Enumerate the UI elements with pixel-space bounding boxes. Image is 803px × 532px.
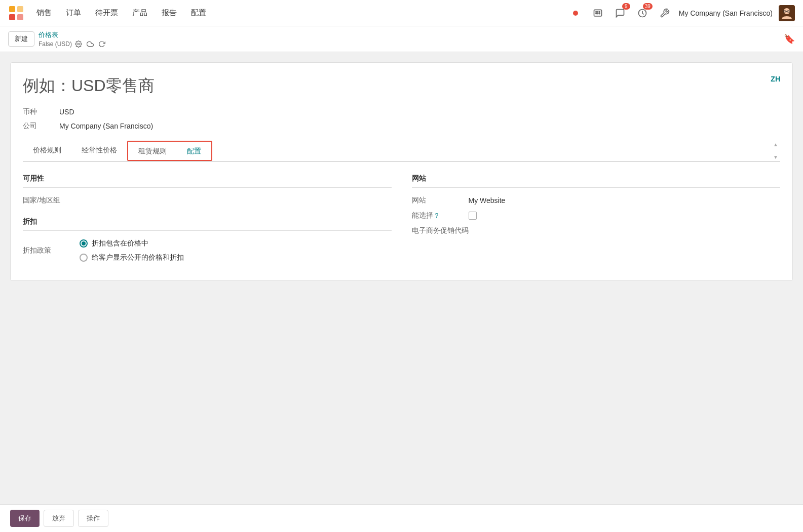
tab-price-rules[interactable]: 价格规则	[23, 141, 71, 162]
app-logo	[8, 5, 24, 21]
chat-icon	[615, 8, 625, 18]
form-title: 例如：USD零售商	[23, 75, 771, 97]
discount-policy-field: 折扣政策 折扣包含在价格中 给客户显示公开的价格和折扣	[23, 239, 392, 262]
new-button[interactable]: 新建	[8, 31, 34, 47]
tab-config[interactable]: 配置	[177, 142, 211, 161]
company-name: My Company (San Francisco)	[679, 9, 773, 17]
red-dot-icon	[573, 11, 578, 16]
radio-included[interactable]	[80, 239, 88, 248]
discount-policy-label: 折扣政策	[23, 246, 73, 255]
company-field-row: 公司 My Company (San Francisco)	[23, 121, 780, 131]
svg-point-5	[596, 11, 597, 12]
website-field: 网站 My Website	[412, 196, 781, 205]
content-two-col: 可用性 国家/地区组 折扣 折扣政策 折扣包含在价格中	[23, 174, 780, 268]
discount-option-show[interactable]: 给客户显示公开的价格和折扣	[80, 253, 184, 262]
website-value: My Website	[469, 196, 506, 204]
svg-point-9	[597, 13, 598, 14]
chat-badge: 9	[622, 3, 630, 10]
svg-rect-0	[9, 6, 15, 12]
scroll-up-arrow[interactable]: ▲	[771, 141, 780, 148]
phone-icon	[593, 8, 603, 18]
svg-rect-1	[17, 6, 23, 12]
currency-field-row: 币种 USD	[23, 107, 780, 116]
svg-point-8	[596, 13, 597, 14]
selectable-label-text: 能选择	[412, 211, 433, 219]
discount-option-included[interactable]: 折扣包含在价格中	[80, 239, 184, 248]
radio-show[interactable]	[80, 254, 88, 262]
form-fields: 币种 USD 公司 My Company (San Francisco)	[23, 107, 780, 131]
ecommerce-field: 电子商务促销代码	[412, 226, 781, 235]
settings-button[interactable]	[657, 5, 673, 21]
company-label: 公司	[23, 121, 53, 131]
tab-rental-rules[interactable]: 租赁规则	[128, 142, 177, 161]
svg-point-10	[599, 13, 600, 14]
language-button[interactable]: ZH	[771, 75, 780, 83]
radio-included-label: 折扣包含在价格中	[92, 239, 148, 248]
svg-point-6	[597, 11, 598, 12]
nav-item-sales[interactable]: 销售	[30, 5, 58, 21]
svg-rect-3	[17, 14, 23, 20]
nav-item-reports[interactable]: 报告	[156, 5, 183, 21]
availability-title: 可用性	[23, 174, 392, 188]
chat-button[interactable]: 9	[612, 5, 628, 21]
currency-label: 币种	[23, 107, 53, 116]
nav-item-products[interactable]: 产品	[126, 5, 154, 21]
nav-item-config[interactable]: 配置	[185, 5, 212, 21]
website-section: 网站 网站 My Website 能选择 ? 电子商务促销代码	[412, 174, 781, 235]
main-content: 例如：USD零售商 ZH 币种 USD 公司 My Company (San F…	[0, 52, 803, 291]
tab-recurring-price[interactable]: 经常性价格	[71, 141, 127, 162]
nav-item-invoice[interactable]: 待开票	[89, 5, 124, 21]
country-group-label: 国家/地区组	[23, 196, 73, 205]
user-avatar[interactable]	[779, 5, 795, 21]
selectable-field: 能选择 ?	[412, 211, 781, 220]
selectable-label: 能选择 ?	[412, 211, 463, 220]
form-header: 例如：USD零售商 ZH	[23, 75, 780, 97]
clock-icon	[637, 8, 647, 18]
discount-title: 折扣	[23, 217, 392, 231]
radio-show-label: 给客户显示公开的价格和折扣	[92, 253, 184, 262]
country-group-field: 国家/地区组	[23, 196, 392, 205]
scroll-arrows: ▲ ▼	[771, 141, 780, 161]
status-indicator[interactable]	[567, 5, 584, 21]
discount-section: 折扣 折扣政策 折扣包含在价格中 给客户显示公开的价格和折扣	[23, 217, 392, 262]
selectable-checkbox[interactable]	[469, 212, 477, 220]
gear-icon[interactable]	[75, 40, 82, 48]
tabs-bar: 价格规则 经常性价格 租赁规则 配置 ▲ ▼	[23, 141, 780, 162]
website-title: 网站	[412, 174, 781, 188]
nav-item-orders[interactable]: 订单	[60, 5, 87, 21]
breadcrumb-link[interactable]: 价格表	[39, 30, 105, 39]
breadcrumb-bar: 新建 价格表 False (USD) 🔖	[0, 26, 803, 52]
top-navigation: 销售 订单 待开票 产品 报告 配置 9	[0, 0, 803, 26]
svg-point-7	[599, 11, 600, 12]
content-left: 可用性 国家/地区组 折扣 折扣政策 折扣包含在价格中	[23, 174, 392, 268]
wrench-icon	[660, 8, 670, 18]
website-label: 网站	[412, 196, 463, 205]
breadcrumb-sub: False (USD)	[39, 40, 72, 48]
availability-section: 可用性 国家/地区组	[23, 174, 392, 205]
bookmark-button[interactable]: 🔖	[784, 33, 795, 45]
form-card: 例如：USD零售商 ZH 币种 USD 公司 My Company (San F…	[10, 62, 793, 281]
svg-rect-2	[9, 14, 15, 20]
phone-button[interactable]	[590, 5, 606, 21]
activity-badge: 39	[643, 3, 653, 10]
refresh-icon[interactable]	[98, 40, 105, 48]
avatar-icon	[779, 5, 795, 21]
help-icon[interactable]: ?	[435, 212, 438, 219]
ecommerce-label: 电子商务促销代码	[412, 226, 469, 235]
svg-point-17	[78, 43, 80, 45]
content-right: 网站 网站 My Website 能选择 ? 电子商务促销代码	[412, 174, 781, 268]
discount-radio-group: 折扣包含在价格中 给客户显示公开的价格和折扣	[80, 239, 184, 262]
tab-group-highlighted: 租赁规则 配置	[127, 141, 212, 161]
cloud-icon[interactable]	[86, 40, 94, 48]
company-value: My Company (San Francisco)	[59, 122, 153, 130]
scroll-down-arrow[interactable]: ▼	[771, 153, 780, 161]
activity-button[interactable]: 39	[634, 5, 651, 21]
currency-value: USD	[59, 108, 74, 116]
